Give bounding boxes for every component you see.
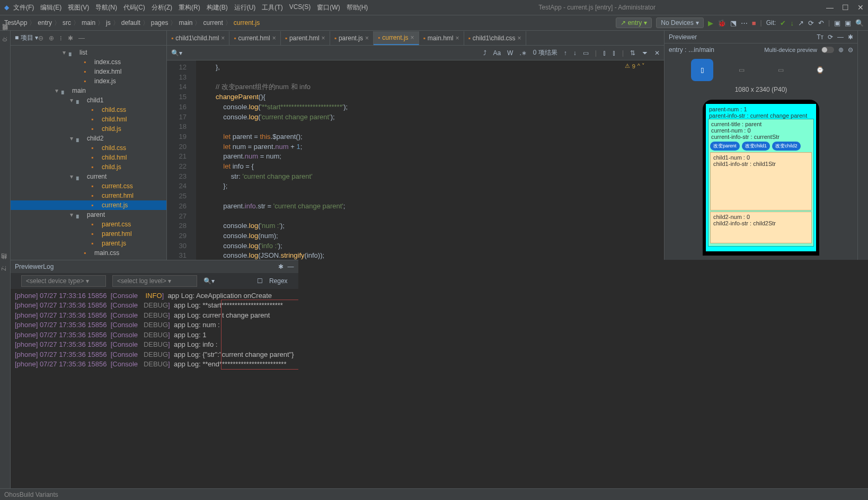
log-output[interactable]: [phone] 07/27 17:33:16 15856 [Console IN… — [11, 289, 298, 392]
breadcrumb-item[interactable]: main — [82, 19, 95, 27]
left-tab-structure[interactable]: Z: 结构 — [0, 264, 8, 271]
menu-item[interactable]: 窗口(W) — [317, 3, 340, 12]
tree-node[interactable]: ▪child.css — [11, 105, 166, 115]
find-case-icon[interactable]: Aa — [493, 49, 501, 57]
editor-tab[interactable]: ▪ parent.hml × — [281, 31, 330, 45]
tree-node[interactable]: ▪parent.hml — [11, 229, 166, 239]
multidev-toggle[interactable] — [821, 47, 834, 53]
more-run-icon[interactable]: ⋯ — [741, 19, 748, 27]
device-watch-icon[interactable]: ⌚ — [809, 59, 831, 81]
find-regex-icon[interactable]: .∗ — [519, 49, 526, 57]
tree-node[interactable]: ▪parent.js — [11, 239, 166, 248]
app-icon-2[interactable]: ▣ — [845, 19, 851, 27]
tree-node[interactable]: ▪main.css — [11, 248, 166, 258]
tree-node[interactable]: ▪index.js — [11, 76, 166, 86]
run-config-selector[interactable]: ↗ entry ▾ — [616, 17, 652, 28]
git-push-icon[interactable]: ↓ — [790, 19, 794, 27]
breadcrumb-item[interactable]: entry — [38, 19, 52, 27]
tab-close-icon[interactable]: × — [365, 34, 369, 42]
breadcrumb-item[interactable]: pages — [151, 19, 169, 27]
tree-node[interactable]: ▾▖main — [11, 86, 166, 95]
editor-tab[interactable]: ▪ current.hml × — [229, 31, 280, 45]
close-button[interactable]: ✕ — [857, 3, 864, 12]
menu-item[interactable]: 代码(C) — [123, 3, 145, 12]
menu-item[interactable]: 分析(Z) — [152, 3, 172, 12]
prev-icon-1[interactable]: Tт — [817, 33, 823, 41]
preview-button[interactable]: 改变child1 — [742, 142, 770, 151]
find-up-icon[interactable]: ↑ — [564, 49, 567, 57]
minimize-button[interactable]: — — [826, 3, 834, 12]
find-funnel-icon[interactable]: ⏷ — [642, 49, 648, 57]
breadcrumb-item[interactable]: TestApp — [4, 19, 27, 27]
preview-button[interactable]: 改变child2 — [772, 142, 801, 151]
bottom-settings-icon[interactable]: ✱ — [278, 263, 284, 270]
tree-node[interactable]: ▾▖list — [11, 48, 166, 57]
menu-item[interactable]: 导航(N) — [95, 3, 117, 12]
code-editor[interactable]: 1213141516171819202122232425262728293031… — [167, 60, 664, 260]
breadcrumb-item[interactable]: current — [203, 19, 223, 27]
project-target-icon[interactable]: ⊕ — [49, 34, 54, 42]
find-filter2-icon[interactable]: ⫿ — [613, 49, 616, 57]
menu-item[interactable]: 工具(T) — [262, 3, 282, 12]
tree-node[interactable]: ▪child.hml — [11, 153, 166, 162]
find-word-icon[interactable]: W — [507, 49, 513, 57]
device-type-select[interactable]: <select device type> ▾ — [21, 275, 106, 287]
profile-icon[interactable]: ⬔ — [730, 19, 737, 27]
stop-icon[interactable]: ■ — [752, 19, 756, 27]
prev-settings-icon[interactable]: ✱ — [848, 33, 853, 41]
tree-node[interactable]: ▪child.css — [11, 143, 166, 153]
menu-item[interactable]: 构建(B) — [207, 3, 228, 12]
bottom-tab-variants[interactable]: OhosBuild Variants — [0, 491, 63, 498]
tree-node[interactable]: ▾▖parent — [11, 210, 166, 220]
bottom-tabs[interactable]: OhosBuild Variants — [0, 488, 868, 500]
menu-item[interactable]: VCS(S) — [289, 3, 311, 12]
menu-item[interactable]: 编辑(E) — [40, 3, 61, 12]
tree-node[interactable]: ▪index.css — [11, 57, 166, 67]
tree-node[interactable]: ▾▖child1 — [11, 95, 166, 105]
bottom-hide-icon[interactable]: — — [288, 263, 294, 270]
prev-refresh-icon[interactable]: ⟳ — [828, 33, 833, 41]
find-down-icon[interactable]: ↓ — [573, 49, 577, 57]
device-tablet-icon[interactable]: ▭ — [730, 59, 752, 81]
log-search-icon[interactable]: 🔍▾ — [203, 277, 215, 285]
breadcrumb-item[interactable]: default — [121, 19, 140, 27]
menu-item[interactable]: 运行(U) — [234, 3, 256, 12]
breadcrumb-item[interactable]: src — [63, 19, 71, 27]
tab-close-icon[interactable]: × — [411, 34, 414, 41]
menu-item[interactable]: 帮助(H) — [347, 3, 368, 12]
tree-node[interactable]: ▪parent.css — [11, 220, 166, 229]
tree-node[interactable]: ▾▖current — [11, 172, 166, 181]
main-menu[interactable]: 文件(F)编辑(E)视图(V)导航(N)代码(C)分析(Z)重构(R)构建(B)… — [13, 3, 368, 12]
tree-node[interactable]: ▪child.hml — [11, 115, 166, 124]
tree-node[interactable]: ▪current.js — [11, 200, 166, 210]
git-history-icon[interactable]: ⟳ — [808, 19, 814, 27]
project-hide-icon[interactable]: — — [78, 34, 85, 42]
log-level-select[interactable]: <select log level> ▾ — [112, 275, 197, 287]
breadcrumb[interactable]: TestApp〉entry〉src〉main〉js〉default〉pages〉… — [4, 19, 260, 28]
device-selector[interactable]: No Devices ▾ — [656, 17, 703, 28]
git-pull-icon[interactable]: ↗ — [798, 19, 804, 27]
tree-node[interactable]: ▪child.js — [11, 124, 166, 134]
project-split-icon[interactable]: ⫶ — [59, 34, 63, 42]
editor-tab[interactable]: ▪ main.hml × — [419, 31, 464, 45]
search-icon[interactable]: 🔍 — [855, 19, 864, 27]
editor-tab[interactable]: ▪ current.js × — [374, 31, 419, 45]
project-tree[interactable]: ▾▖list▪index.css▪index.hml▪index.js▾▖mai… — [11, 46, 166, 260]
prev-icon-2[interactable]: — — [837, 33, 844, 41]
run-icon[interactable]: ▶ — [708, 19, 713, 27]
tab-close-icon[interactable]: × — [272, 34, 276, 42]
breadcrumb-item[interactable]: main — [179, 19, 192, 27]
prev-zoom-in-icon[interactable]: ⊕ — [838, 46, 844, 54]
breadcrumb-item[interactable]: js — [106, 19, 111, 27]
tab-close-icon[interactable]: × — [456, 34, 459, 42]
prev-zoom-out-icon[interactable]: ⊖ — [848, 46, 853, 54]
collapse-icon[interactable]: ⊖ — [38, 34, 43, 42]
tree-node[interactable]: ▾▖child2 — [11, 134, 166, 143]
breadcrumb-item[interactable]: current.js — [234, 19, 260, 27]
tree-node[interactable]: ▪child.js — [11, 162, 166, 172]
tab-close-icon[interactable]: × — [221, 34, 225, 42]
tree-node[interactable]: ▪index.hml — [11, 67, 166, 76]
editor-tab[interactable]: ▪ child1\child.hml × — [167, 31, 229, 45]
find-close-icon[interactable]: ✕ — [654, 49, 660, 57]
preview-button[interactable]: 改变parent — [710, 142, 740, 151]
